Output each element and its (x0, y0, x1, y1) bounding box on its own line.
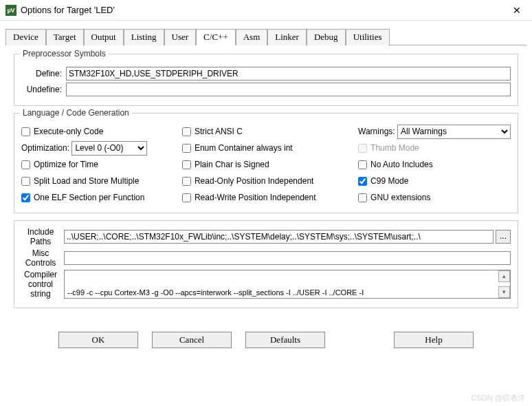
misc-controls-input[interactable] (64, 251, 511, 265)
define-input[interactable] (66, 67, 511, 81)
execute-only-label: Execute-only Code (34, 127, 103, 136)
tab-output[interactable]: Output (84, 29, 124, 45)
rw-pi-checkbox[interactable] (182, 193, 191, 202)
include-paths-input[interactable] (64, 230, 494, 244)
optimization-label: Optimization: (21, 143, 69, 153)
defaults-button[interactable]: Defaults (245, 332, 325, 348)
scroll-up-icon[interactable]: ▴ (498, 270, 510, 282)
undefine-input[interactable] (66, 83, 511, 96)
tab-user[interactable]: User (164, 29, 197, 45)
c99-checkbox[interactable] (358, 177, 367, 186)
execute-only-checkbox[interactable] (21, 127, 30, 136)
optimize-time-label: Optimize for Time (34, 160, 98, 169)
include-paths-browse-button[interactable]: ... (496, 230, 511, 244)
scroll-down-icon[interactable]: ▾ (498, 286, 510, 298)
undefine-label: Undefine: (21, 85, 66, 94)
one-elf-label: One ELF Section per Function (34, 193, 144, 202)
ro-pi-label: Read-Only Position Independent (195, 176, 313, 186)
codegen-group: Language / Code Generation Execute-only … (14, 113, 518, 213)
split-load-label: Split Load and Store Multiple (34, 176, 139, 186)
gnu-checkbox[interactable] (358, 193, 367, 202)
rw-pi-label: Read-Write Position Independent (195, 193, 316, 202)
preprocessor-title: Preprocessor Symbols (20, 49, 109, 58)
compiler-string-label: Compiler control string (21, 270, 64, 299)
enum-container-checkbox[interactable] (182, 144, 191, 153)
cancel-button[interactable]: Cancel (152, 332, 232, 348)
optimize-time-checkbox[interactable] (21, 160, 30, 169)
window-title: Options for Target 'LED' (21, 5, 507, 15)
thumb-label: Thumb Mode (370, 143, 419, 153)
compiler-string-display: --c99 -c --cpu Cortex-M3 -g -O0 --apcs=i… (64, 270, 511, 299)
tab-debug[interactable]: Debug (307, 29, 346, 45)
tab-linker[interactable]: Linker (267, 29, 307, 45)
tab-target[interactable]: Target (46, 29, 84, 45)
enum-container-label: Enum Container always int (195, 143, 293, 153)
tab-utilities[interactable]: Utilities (346, 29, 390, 45)
help-button[interactable]: Help (394, 332, 474, 348)
ro-pi-checkbox[interactable] (182, 177, 191, 186)
thumb-checkbox (358, 144, 367, 153)
titlebar: µV Options for Target 'LED' ✕ (0, 0, 532, 21)
no-auto-checkbox[interactable] (358, 160, 367, 169)
button-bar: OK Cancel Defaults Help (0, 325, 532, 355)
warnings-label: Warnings: (358, 127, 395, 136)
warnings-select[interactable]: All Warnings (397, 125, 511, 139)
tab-c-cpp[interactable]: C/C++ (196, 29, 236, 45)
tab-device[interactable]: Device (5, 29, 46, 45)
tab-asm[interactable]: Asm (236, 29, 268, 45)
paths-group: Include Paths ... Misc Controls Compiler… (14, 220, 518, 308)
ok-button[interactable]: OK (58, 332, 138, 348)
no-auto-label: No Auto Includes (370, 160, 433, 169)
plain-char-checkbox[interactable] (182, 160, 191, 169)
c99-label: C99 Mode (370, 176, 408, 186)
close-icon[interactable]: ✕ (507, 2, 527, 19)
misc-controls-label: Misc Controls (21, 248, 64, 268)
app-icon: µV (5, 5, 16, 16)
split-load-checkbox[interactable] (21, 177, 30, 186)
tab-bar: Device Target Output Listing User C/C++ … (5, 29, 527, 45)
define-label: Define: (21, 69, 66, 78)
codegen-title: Language / Code Generation (20, 108, 132, 118)
include-paths-label: Include Paths (21, 227, 64, 246)
tab-panel: Preprocessor Symbols Define: Undefine: L… (0, 45, 532, 321)
preprocessor-group: Preprocessor Symbols Define: Undefine: (14, 54, 518, 106)
one-elf-checkbox[interactable] (21, 193, 30, 202)
strict-ansi-label: Strict ANSI C (195, 127, 243, 136)
gnu-label: GNU extensions (370, 193, 430, 202)
tab-listing[interactable]: Listing (124, 29, 164, 45)
strict-ansi-checkbox[interactable] (182, 127, 191, 136)
plain-char-label: Plain Char is Signed (195, 160, 269, 169)
optimization-select[interactable]: Level 0 (-O0) (71, 141, 147, 156)
watermark: CSDN @砹者洋 (472, 393, 525, 403)
compiler-scrollbar[interactable]: ▴ ▾ (498, 270, 510, 298)
